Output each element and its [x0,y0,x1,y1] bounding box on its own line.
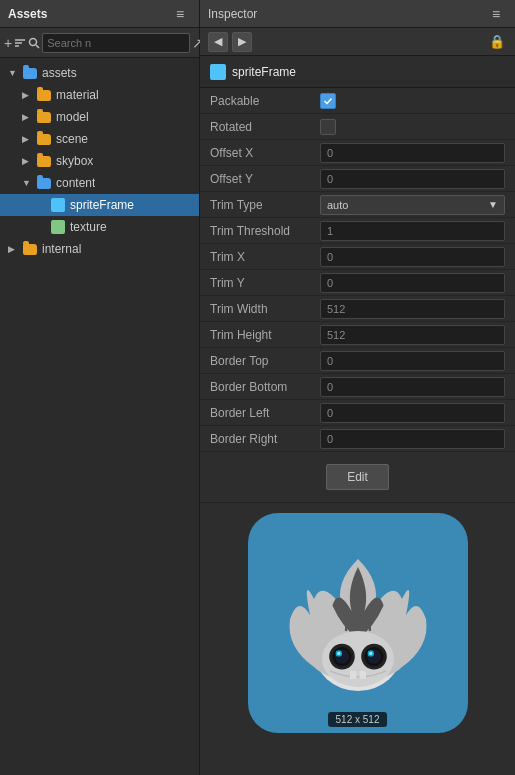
checkbox-rotated[interactable] [320,119,336,135]
search-icon-button[interactable] [28,32,40,54]
assets-menu-button[interactable]: ≡ [169,3,191,25]
field-value-trim-type: auto▼ [320,195,505,215]
field-label-rotated: Rotated [210,120,320,134]
folder-icon-scene [36,131,52,147]
assets-tree: ▼assets▶material▶model▶scene▶skybox▼cont… [0,58,199,775]
input-border-bottom[interactable] [320,377,505,397]
inspector-title: Inspector [208,7,257,21]
preview-size-badge: 512 x 512 [328,712,388,727]
input-border-top[interactable] [320,351,505,371]
texture-icon-texture [50,219,66,235]
input-trim-width[interactable] [320,299,505,319]
add-asset-button[interactable]: + [4,32,12,54]
tree-label-content: content [56,176,95,190]
field-label-trim-y: Trim Y [210,276,320,290]
tree-label-spriteFrame: spriteFrame [70,198,134,212]
field-row-border-left: Border Left [200,400,515,426]
edit-button-row: Edit [200,452,515,503]
input-trim-threshold[interactable] [320,221,505,241]
field-label-border-right: Border Right [210,432,320,446]
tree-item-texture[interactable]: texture [0,216,199,238]
tree-item-skybox[interactable]: ▶skybox [0,150,199,172]
field-label-packable: Packable [210,94,320,108]
field-label-trim-height: Trim Height [210,328,320,342]
tree-item-scene[interactable]: ▶scene [0,128,199,150]
input-border-right[interactable] [320,429,505,449]
sort-button[interactable] [14,32,26,54]
tree-arrow-scene: ▶ [22,134,36,144]
checkbox-packable[interactable] [320,93,336,109]
field-row-border-top: Border Top [200,348,515,374]
tree-label-material: material [56,88,99,102]
field-label-offset-x: Offset X [210,146,320,160]
input-trim-height[interactable] [320,325,505,345]
tree-label-skybox: skybox [56,154,93,168]
svg-point-16 [369,652,372,655]
tree-arrow-internal: ▶ [8,244,22,254]
input-border-left[interactable] [320,403,505,423]
preview-area: 512 x 512 [200,503,515,743]
sprite-icon-spriteFrame [50,197,66,213]
field-label-trim-threshold: Trim Threshold [210,224,320,238]
folder-icon-assets-root [22,65,38,81]
assets-panel: Assets ≡ + ↗ ↺ ▼assets▶material▶model▶sc… [0,0,200,775]
input-offset-x[interactable] [320,143,505,163]
field-label-trim-width: Trim Width [210,302,320,316]
inspector-menu-button[interactable]: ≡ [485,3,507,25]
tree-label-model: model [56,110,89,124]
field-value-trim-threshold [320,221,505,241]
forward-button[interactable]: ▶ [232,32,252,52]
assets-title: Assets [8,7,47,21]
assets-header: Assets ≡ [0,0,199,28]
input-trim-x[interactable] [320,247,505,267]
tree-label-scene: scene [56,132,88,146]
field-value-trim-width [320,299,505,319]
tree-item-internal[interactable]: ▶internal [0,238,199,260]
preview-background: 512 x 512 [248,513,468,733]
tree-item-material[interactable]: ▶material [0,84,199,106]
tree-arrow-model: ▶ [22,112,36,122]
folder-icon-content [36,175,52,191]
tree-item-content[interactable]: ▼content [0,172,199,194]
field-label-border-left: Border Left [210,406,320,420]
field-row-rotated: Rotated [200,114,515,140]
svg-point-11 [337,652,340,655]
svg-rect-17 [350,671,356,679]
input-trim-y[interactable] [320,273,505,293]
field-value-border-left [320,403,505,423]
inspector-file: spriteFrame [200,56,515,88]
field-value-offset-x [320,143,505,163]
tree-arrow-assets-root: ▼ [8,68,22,78]
inspector-header: Inspector ≡ [200,0,515,28]
inspector-nav: ◀ ▶ 🔒 [200,28,515,56]
sprite-image [278,533,438,713]
field-row-border-right: Border Right [200,426,515,452]
input-offset-y[interactable] [320,169,505,189]
search-input[interactable] [42,33,190,53]
field-label-border-top: Border Top [210,354,320,368]
field-row-trim-y: Trim Y [200,270,515,296]
folder-icon-internal [22,241,38,257]
lock-button[interactable]: 🔒 [487,32,507,52]
field-value-rotated [320,119,505,135]
edit-button[interactable]: Edit [326,464,389,490]
svg-rect-18 [359,671,365,679]
tree-item-model[interactable]: ▶model [0,106,199,128]
field-value-trim-height [320,325,505,345]
tree-item-assets-root[interactable]: ▼assets [0,62,199,84]
select-trim-type[interactable]: auto▼ [320,195,505,215]
svg-point-3 [30,38,37,45]
field-label-border-bottom: Border Bottom [210,380,320,394]
field-label-trim-type: Trim Type [210,198,320,212]
inspector-body: PackableRotatedOffset XOffset YTrim Type… [200,88,515,775]
inspector-panel: Inspector ≡ ◀ ▶ 🔒 spriteFrame PackableRo… [200,0,515,775]
svg-line-4 [36,45,39,48]
tree-label-internal: internal [42,242,81,256]
folder-icon-skybox [36,153,52,169]
field-value-offset-y [320,169,505,189]
folder-icon-model [36,109,52,125]
field-row-trim-type: Trim Typeauto▼ [200,192,515,218]
tree-item-spriteFrame[interactable]: spriteFrame [0,194,199,216]
chevron-down-icon: ▼ [488,199,498,210]
back-button[interactable]: ◀ [208,32,228,52]
